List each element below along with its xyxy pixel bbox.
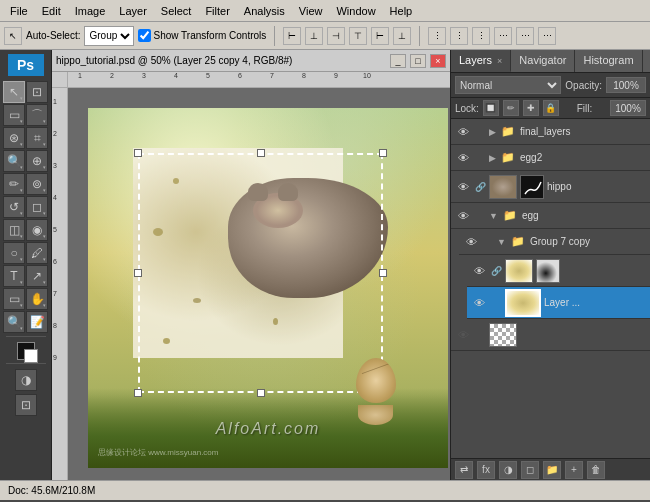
rect-select-tool[interactable]: ▭▾ [3, 104, 25, 126]
note-tool[interactable]: 📝 [26, 311, 48, 333]
link-layers-btn[interactable]: ⇄ [455, 461, 473, 479]
quick-select-tool[interactable]: ⊛▾ [3, 127, 25, 149]
layer-mask [536, 259, 560, 283]
lasso-tool[interactable]: ⌒▾ [26, 104, 48, 126]
visibility-toggle[interactable]: 👁 [455, 150, 471, 166]
align-right-icon[interactable]: ⊣ [327, 27, 345, 45]
background-color[interactable] [24, 349, 38, 363]
visibility-toggle[interactable]: 👁 [463, 234, 479, 250]
layer-item-selected[interactable]: 👁 Layer ... [467, 287, 650, 319]
lock-transparent-btn[interactable]: 🔲 [483, 100, 499, 116]
layer-item[interactable]: 👁 ▼ 📁 egg [451, 203, 650, 229]
visibility-toggle[interactable]: 👁 [455, 124, 471, 140]
distribute-right-icon[interactable]: ⋮ [472, 27, 490, 45]
minimize-button[interactable]: _ [390, 54, 406, 68]
visibility-toggle[interactable]: 👁 [455, 327, 471, 343]
brush-tool[interactable]: ✏▾ [3, 173, 25, 195]
move-tool[interactable]: ↖▾ [3, 81, 25, 103]
menu-edit[interactable]: Edit [36, 3, 67, 19]
quick-mask-btn[interactable]: ◑ [15, 369, 37, 391]
menu-view[interactable]: View [293, 3, 329, 19]
distribute-bottom-icon[interactable]: ⋯ [538, 27, 556, 45]
folder-icon: 📁 [501, 151, 515, 164]
eyedropper-tool[interactable]: 🔍▾ [3, 150, 25, 172]
fx-btn[interactable]: fx [477, 461, 495, 479]
lock-position-btn[interactable]: ✚ [523, 100, 539, 116]
eraser-tool[interactable]: ◻▾ [26, 196, 48, 218]
transform-label: Show Transform Controls [153, 30, 266, 41]
align-bottom-icon[interactable]: ⊥ [393, 27, 411, 45]
clone-tool[interactable]: ⊚▾ [26, 173, 48, 195]
menubar: File Edit Image Layer Select Filter Anal… [0, 0, 650, 22]
transform-checkbox-input[interactable] [138, 29, 151, 42]
menu-select[interactable]: Select [155, 3, 198, 19]
visibility-toggle[interactable]: 👁 [471, 295, 487, 311]
new-layer-btn[interactable]: + [565, 461, 583, 479]
autoselect-dropdown[interactable]: Group Layer [84, 26, 134, 46]
distribute-top-icon[interactable]: ⋯ [494, 27, 512, 45]
tab-layers-close[interactable]: × [497, 56, 502, 66]
layer-item[interactable]: 👁 ▼ 📁 Group 7 copy [459, 229, 650, 255]
crop-tool[interactable]: ⌗▾ [26, 127, 48, 149]
add-mask-btn[interactable]: ◑ [499, 461, 517, 479]
fill-input[interactable] [610, 100, 646, 116]
layer-item[interactable]: 👁 🔗 hippo [451, 171, 650, 203]
delete-layer-btn[interactable]: 🗑 [587, 461, 605, 479]
hand-tool[interactable]: ✋▾ [26, 288, 48, 310]
screen-mode-btn[interactable]: ⊡ [15, 394, 37, 416]
visibility-toggle[interactable]: 👁 [471, 263, 487, 279]
menu-analysis[interactable]: Analysis [238, 3, 291, 19]
canvas-content[interactable]: AlfoArt.com 思缘设计论坛 www.missyuan.com [68, 88, 450, 480]
foreground-color[interactable] [17, 342, 35, 360]
layer-item[interactable]: 👁 [451, 319, 650, 351]
pen-tool[interactable]: 🖊▾ [26, 242, 48, 264]
lock-image-btn[interactable]: ✏ [503, 100, 519, 116]
type-tool[interactable]: T▾ [3, 265, 25, 287]
layer-name: Group 7 copy [530, 236, 646, 247]
tab-navigator[interactable]: Navigator [511, 50, 575, 72]
shape-tool[interactable]: ▭▾ [3, 288, 25, 310]
visibility-toggle[interactable]: 👁 [455, 179, 471, 195]
path-tool[interactable]: ↗▾ [26, 265, 48, 287]
menu-help[interactable]: Help [384, 3, 419, 19]
layer-item[interactable]: 👁 ▶ 📁 final_layers [451, 119, 650, 145]
align-middle-icon[interactable]: ⊢ [371, 27, 389, 45]
artboard-tool[interactable]: ⊡ [26, 81, 48, 103]
layer-item[interactable]: 👁 🔗 [467, 255, 650, 287]
folder-icon: 📁 [511, 235, 525, 248]
close-button[interactable]: × [430, 54, 446, 68]
align-top-icon[interactable]: ⊤ [349, 27, 367, 45]
visibility-toggle[interactable]: 👁 [455, 208, 471, 224]
ruler-corner [52, 72, 68, 88]
distribute-center-icon[interactable]: ⋮ [450, 27, 468, 45]
menu-window[interactable]: Window [330, 3, 381, 19]
new-group-btn[interactable]: 📁 [543, 461, 561, 479]
menu-filter[interactable]: Filter [199, 3, 235, 19]
move-tool-icon[interactable]: ↖ [4, 27, 22, 45]
maximize-button[interactable]: □ [410, 54, 426, 68]
left-toolbar: Ps ↖▾ ⊡ ▭▾ ⌒▾ ⊛▾ ⌗▾ 🔍▾ ⊕▾ ✏▾ ⊚▾ ↺▾ ◻▾ ◫▾… [0, 50, 52, 480]
blur-tool[interactable]: ◉▾ [26, 219, 48, 241]
gradient-tool[interactable]: ◫▾ [3, 219, 25, 241]
lock-all-btn[interactable]: 🔒 [543, 100, 559, 116]
distribute-middle-icon[interactable]: ⋯ [516, 27, 534, 45]
dodge-tool[interactable]: ○▾ [3, 242, 25, 264]
blend-mode-select[interactable]: Normal Multiply Screen [455, 76, 561, 94]
tab-histogram[interactable]: Histogram [575, 50, 642, 72]
show-transform-checkbox[interactable]: Show Transform Controls [138, 29, 266, 42]
zoom-tool[interactable]: 🔍▾ [3, 311, 25, 333]
chain-icon: 🔗 [474, 179, 486, 195]
menu-layer[interactable]: Layer [113, 3, 153, 19]
layer-item[interactable]: 👁 ▶ 📁 egg2 [451, 145, 650, 171]
canvas-image: AlfoArt.com 思缘设计论坛 www.missyuan.com [88, 108, 448, 468]
opacity-input[interactable] [606, 77, 646, 93]
adjustment-btn[interactable]: ◻ [521, 461, 539, 479]
menu-file[interactable]: File [4, 3, 34, 19]
history-brush-tool[interactable]: ↺▾ [3, 196, 25, 218]
align-left-icon[interactable]: ⊢ [283, 27, 301, 45]
distribute-left-icon[interactable]: ⋮ [428, 27, 446, 45]
align-center-icon[interactable]: ⊥ [305, 27, 323, 45]
menu-image[interactable]: Image [69, 3, 112, 19]
heal-tool[interactable]: ⊕▾ [26, 150, 48, 172]
tab-layers[interactable]: Layers × [451, 50, 511, 72]
